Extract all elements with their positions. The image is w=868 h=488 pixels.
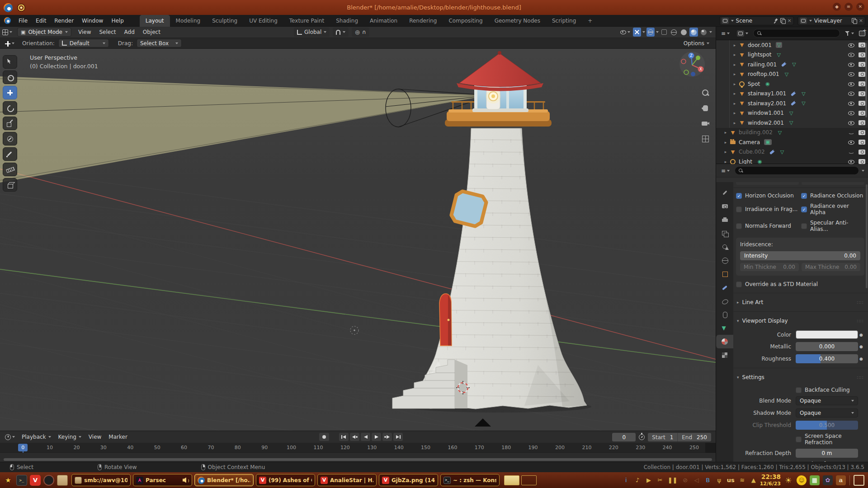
- roughness-slider[interactable]: 0.400: [796, 354, 858, 363]
- snapping-dropdown[interactable]: [333, 28, 349, 37]
- workspace-tab[interactable]: UV Editing: [243, 15, 283, 27]
- disable-in-render-camera-icon[interactable]: [859, 72, 865, 77]
- timeline-editor-button[interactable]: [3, 432, 17, 442]
- music-icon[interactable]: ♪: [634, 477, 641, 484]
- auto-keying-button[interactable]: [319, 433, 329, 441]
- checkbox[interactable]: ✓: [801, 206, 807, 212]
- hide-in-viewport-eye-icon[interactable]: [848, 90, 855, 97]
- outliner-editor-button[interactable]: ≡: [719, 28, 732, 38]
- disable-in-render-camera-icon[interactable]: [859, 62, 865, 67]
- theme-icon[interactable]: ✿: [823, 475, 833, 485]
- screen-space-refraction-row[interactable]: Screen Space Refraction: [796, 433, 858, 446]
- outliner-search-input[interactable]: [753, 29, 840, 38]
- disable-in-render-camera-icon[interactable]: [859, 111, 865, 116]
- media-player-launcher-icon[interactable]: [43, 475, 54, 486]
- select-box-icon[interactable]: [3, 55, 17, 69]
- viewport-menu-item[interactable]: View: [74, 27, 95, 37]
- hide-in-viewport-eye-icon[interactable]: [848, 129, 855, 136]
- viewlayer-selector[interactable]: ViewLayer ×: [797, 16, 865, 25]
- checkbox-row[interactable]: ✓ Radiance Occlusion: [801, 192, 864, 199]
- scene-selector[interactable]: Scene ×: [719, 16, 794, 25]
- window-menu-button[interactable]: ≡: [844, 3, 853, 11]
- expand-arrow-icon[interactable]: ▸: [722, 140, 729, 145]
- transform-orientation-dropdown[interactable]: Global: [294, 28, 330, 37]
- next-keyframe-button[interactable]: [382, 433, 392, 441]
- clock[interactable]: 22:38 12/6/23: [760, 473, 781, 487]
- menu-item[interactable]: File: [14, 16, 32, 26]
- checkbox[interactable]: [801, 223, 807, 229]
- checkbox[interactable]: ✓: [801, 193, 807, 199]
- hide-in-viewport-eye-icon[interactable]: [848, 61, 855, 68]
- mode-dropdown[interactable]: ▣ Object Mode: [17, 28, 71, 37]
- jump-to-end-button[interactable]: [393, 433, 403, 441]
- proportional-edit-dropdown[interactable]: ◎ ∩: [352, 28, 369, 37]
- hide-in-viewport-eye-icon[interactable]: [848, 52, 855, 58]
- world-tab[interactable]: [716, 253, 733, 267]
- timeline-scrollbar[interactable]: [4, 458, 712, 461]
- disable-in-render-camera-icon[interactable]: [859, 150, 865, 155]
- zoom-tool-icon[interactable]: [701, 89, 710, 98]
- intensity-slider[interactable]: Intensity 0.00: [740, 251, 860, 260]
- calculator-icon[interactable]: ▦: [810, 475, 820, 485]
- taskbar-task-button[interactable]: >_ ~ : zsh — Kons...: [440, 474, 500, 486]
- add-cube-icon[interactable]: [3, 178, 17, 192]
- properties-filter-caret[interactable]: [862, 170, 864, 172]
- new-viewlayer-icon[interactable]: [852, 18, 857, 23]
- disable-in-render-camera-icon[interactable]: [859, 101, 865, 106]
- weather-icon[interactable]: ☀: [783, 475, 793, 485]
- previous-keyframe-button[interactable]: [350, 433, 359, 441]
- xray-toggle[interactable]: [660, 28, 668, 37]
- tray-expand-caret-icon[interactable]: ▲: [750, 477, 757, 484]
- disable-in-render-camera-icon[interactable]: [859, 91, 865, 96]
- outliner-row[interactable]: ▸ window1.001 ▽: [716, 108, 868, 118]
- vivaldi-launcher-icon[interactable]: V: [30, 475, 41, 486]
- clip-threshold-slider[interactable]: 0.500: [796, 421, 858, 430]
- disable-in-render-camera-icon[interactable]: [859, 140, 865, 145]
- pin-icon[interactable]: [774, 19, 778, 23]
- disable-in-render-camera-icon[interactable]: [859, 120, 865, 125]
- end-frame-field[interactable]: End250: [677, 433, 711, 441]
- line-art-section[interactable]: ▸Line Art∷∷: [736, 296, 864, 309]
- current-frame-field[interactable]: 0: [612, 433, 636, 441]
- settings-section[interactable]: ▾Settings∷∷: [736, 371, 864, 384]
- hide-in-viewport-eye-icon[interactable]: [848, 139, 855, 145]
- taskbar-task-button[interactable]: V (99) Ashes of C...: [256, 474, 315, 486]
- menu-item[interactable]: Edit: [32, 16, 50, 26]
- orientation-select[interactable]: Default: [58, 39, 109, 47]
- bluetooth-icon[interactable]: B: [704, 477, 712, 484]
- pause-icon[interactable]: ❚❚: [668, 477, 678, 484]
- outliner-row[interactable]: ▸ rooftop.001 ▽: [716, 70, 868, 80]
- viewport-display-section[interactable]: ▾Viewport Display∷∷: [736, 314, 864, 327]
- ortho-toggle-icon[interactable]: [701, 135, 710, 144]
- tool-tab[interactable]: [716, 186, 733, 199]
- emoji-icon[interactable]: ☺: [797, 475, 807, 485]
- play-reverse-button[interactable]: [361, 433, 370, 441]
- disable-in-render-camera-icon[interactable]: [859, 52, 865, 57]
- checkbox-row[interactable]: ✓ Horizon Occlusion: [736, 192, 799, 199]
- physics-tab[interactable]: [716, 294, 733, 308]
- shadow-mode-dropdown[interactable]: Opaque: [796, 408, 858, 418]
- shading-material-button[interactable]: [689, 28, 698, 37]
- camera-view-icon[interactable]: [701, 119, 710, 128]
- usb-icon[interactable]: ψ: [716, 477, 723, 484]
- hide-in-viewport-eye-icon[interactable]: [848, 110, 855, 116]
- modifier-tab[interactable]: [716, 281, 733, 294]
- navigation-gizmo[interactable]: Z X: [679, 52, 705, 77]
- workspace-tab[interactable]: Animation: [364, 15, 403, 27]
- 3d-viewport[interactable]: User Perspective (0) Collection | door.0…: [0, 49, 716, 431]
- start-frame-field[interactable]: Start1: [648, 433, 677, 441]
- menu-item[interactable]: Help: [107, 16, 127, 26]
- workspace-tab[interactable]: Shading: [330, 15, 364, 27]
- clipboard-icon[interactable]: ✂: [656, 477, 664, 484]
- window-pin-button[interactable]: ◆: [833, 3, 841, 11]
- metallic-slider[interactable]: 0.000: [796, 342, 858, 351]
- hide-in-viewport-eye-icon[interactable]: [848, 71, 855, 77]
- render-tab[interactable]: [716, 199, 733, 213]
- workspace-tab[interactable]: Sculpting: [206, 15, 243, 27]
- timeline-menu-item[interactable]: Keying: [55, 432, 85, 441]
- scene-tab[interactable]: [716, 240, 733, 253]
- max-thickness-field[interactable]: Max Thickne 0.00: [802, 263, 860, 271]
- disable-in-render-camera-icon[interactable]: [859, 81, 865, 86]
- terminal-launcher-icon[interactable]: >_: [16, 475, 27, 486]
- blend-mode-dropdown[interactable]: Opaque: [796, 396, 858, 405]
